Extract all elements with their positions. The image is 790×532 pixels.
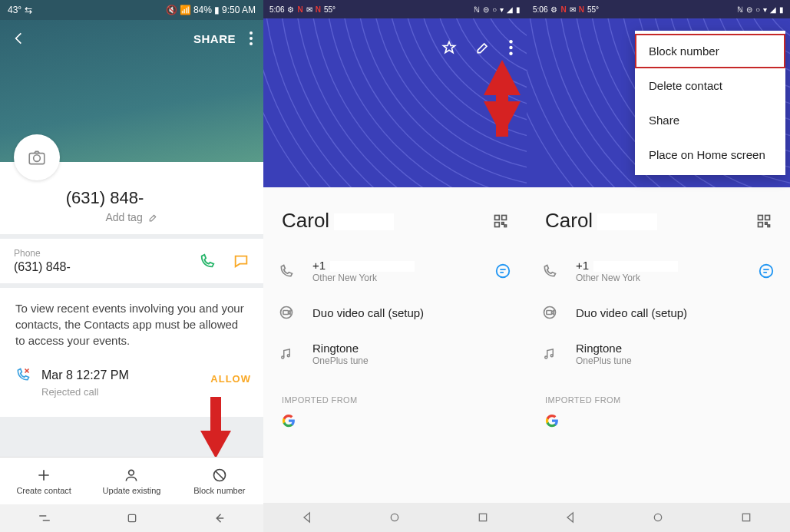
duo-item[interactable]: Duo video call (setup) bbox=[527, 294, 790, 331]
svg-point-13 bbox=[448, 18, 527, 95]
rejected-call-icon bbox=[15, 367, 31, 382]
video-icon bbox=[542, 305, 559, 320]
allow-button[interactable]: ALLOW bbox=[210, 372, 251, 386]
svg-point-72 bbox=[550, 355, 553, 357]
temp-indicator: 43° bbox=[8, 5, 21, 15]
netflix-icon: N bbox=[297, 5, 302, 14]
phone-number: +1 bbox=[312, 259, 478, 272]
nav-home-icon[interactable] bbox=[652, 511, 664, 524]
google-icon bbox=[545, 414, 559, 428]
nav-back-icon[interactable] bbox=[301, 511, 313, 524]
circle-icon: ○ bbox=[492, 5, 497, 14]
battery-icon: ▮ bbox=[214, 5, 220, 15]
svg-rect-35 bbox=[502, 222, 504, 224]
call-icon[interactable] bbox=[199, 253, 216, 269]
circle-icon: ○ bbox=[755, 5, 760, 14]
share-button[interactable]: SHARE bbox=[193, 32, 236, 45]
duo-label: Duo video call (setup) bbox=[312, 306, 511, 319]
message-action-icon[interactable] bbox=[758, 263, 775, 279]
nav-recent-icon[interactable] bbox=[477, 511, 489, 524]
menu-block-number[interactable]: Block number bbox=[635, 34, 785, 68]
nav-home-icon[interactable] bbox=[126, 512, 138, 524]
menu-delete-contact[interactable]: Delete contact bbox=[635, 68, 785, 103]
wifi-icon: ▾ bbox=[500, 5, 504, 14]
settings-dot-icon: ⚙ bbox=[287, 5, 294, 14]
signal-icon: 📶 bbox=[180, 5, 191, 15]
phone-item[interactable]: +1 Other New York bbox=[263, 248, 527, 294]
update-existing-button[interactable]: Update existing bbox=[88, 458, 175, 504]
ringtone-item[interactable]: Ringtone OnePlus tune bbox=[263, 331, 527, 377]
bottom-actions: Create contact Update existing Block num… bbox=[0, 457, 263, 504]
nav-back-icon[interactable] bbox=[213, 511, 226, 525]
ringtone-label: Ringtone bbox=[576, 342, 775, 355]
nfc-icon: ℕ bbox=[737, 5, 743, 14]
qr-icon[interactable] bbox=[493, 213, 508, 229]
qr-icon[interactable] bbox=[756, 213, 772, 229]
clock: 5:06 bbox=[269, 5, 284, 14]
svg-rect-66 bbox=[765, 222, 768, 224]
create-contact-button[interactable]: Create contact bbox=[0, 458, 88, 504]
svg-point-41 bbox=[287, 355, 289, 357]
edit-icon[interactable] bbox=[475, 40, 491, 55]
mail-icon: ✉ bbox=[570, 5, 576, 14]
star-icon[interactable] bbox=[441, 40, 457, 55]
menu-place-home[interactable]: Place on Home screen bbox=[635, 137, 785, 172]
wifi-small-icon: ⇆ bbox=[25, 5, 32, 15]
ringtone-label: Ringtone bbox=[312, 342, 511, 355]
clock: 9:50 AM bbox=[222, 5, 256, 15]
status-bar: 43° ⇆ 🔇 📶 84% ▮ 9:50 AM bbox=[0, 0, 263, 20]
wifi-icon: ▾ bbox=[763, 5, 767, 14]
google-icon bbox=[282, 414, 296, 428]
ringtone-value: OnePlus tune bbox=[312, 355, 511, 366]
svg-rect-43 bbox=[479, 514, 486, 520]
svg-point-42 bbox=[392, 514, 398, 520]
temp-indicator: 55° bbox=[324, 5, 336, 14]
music-note-icon bbox=[279, 347, 296, 361]
nav-recent-icon[interactable] bbox=[38, 511, 51, 525]
message-icon[interactable] bbox=[233, 253, 250, 269]
contact-name: Carol bbox=[545, 209, 756, 233]
svg-point-29 bbox=[509, 46, 512, 49]
dnd-icon: ⊝ bbox=[483, 5, 489, 14]
svg-rect-36 bbox=[504, 225, 507, 227]
block-number-button[interactable]: Block number bbox=[176, 458, 263, 504]
more-icon[interactable] bbox=[250, 31, 253, 45]
svg-point-9 bbox=[509, 18, 527, 34]
add-tag-button[interactable]: Add tag bbox=[15, 211, 248, 223]
event-sub: Rejected call bbox=[41, 385, 129, 399]
nav-bar bbox=[0, 504, 263, 532]
svg-rect-63 bbox=[759, 215, 763, 220]
svg-rect-67 bbox=[768, 225, 770, 227]
svg-rect-33 bbox=[502, 215, 507, 220]
netflix-icon-2: N bbox=[579, 5, 584, 14]
contact-number: (631) 848- bbox=[15, 188, 248, 208]
svg-point-6 bbox=[129, 470, 134, 475]
phone-row: Phone (631) 848- bbox=[0, 239, 263, 283]
duo-item[interactable]: Duo video call (setup) bbox=[263, 294, 527, 331]
signal-icon: ◢ bbox=[770, 5, 776, 14]
svg-point-28 bbox=[509, 40, 512, 43]
message-action-icon[interactable] bbox=[494, 263, 511, 279]
nav-home-icon[interactable] bbox=[388, 511, 401, 524]
menu-share[interactable]: Share bbox=[635, 103, 785, 137]
settings-dot-icon: ⚙ bbox=[550, 5, 557, 14]
back-icon[interactable] bbox=[11, 31, 26, 46]
svg-point-1 bbox=[250, 37, 253, 40]
phone-number: +1 bbox=[576, 259, 741, 272]
events-card: To view recent events involving you and … bbox=[0, 288, 263, 417]
phone-type: Other New York bbox=[576, 273, 741, 283]
nav-bar bbox=[527, 503, 790, 532]
netflix-icon: N bbox=[560, 5, 566, 14]
phone-label: Phone bbox=[14, 248, 199, 259]
nav-back-icon[interactable] bbox=[564, 511, 577, 524]
nav-recent-icon[interactable] bbox=[740, 511, 752, 524]
overflow-menu: Block number Delete contact Share Place … bbox=[635, 31, 785, 175]
more-icon[interactable] bbox=[509, 40, 513, 55]
phone-icon bbox=[542, 263, 559, 279]
ringtone-item[interactable]: Ringtone OnePlus tune bbox=[527, 331, 790, 377]
event-time: Mar 8 12:27 PM bbox=[41, 367, 129, 384]
phone-item[interactable]: +1 Other New York bbox=[527, 248, 790, 294]
avatar-camera[interactable] bbox=[14, 134, 60, 180]
svg-rect-8 bbox=[128, 514, 135, 521]
contact-name: Carol bbox=[282, 209, 493, 233]
